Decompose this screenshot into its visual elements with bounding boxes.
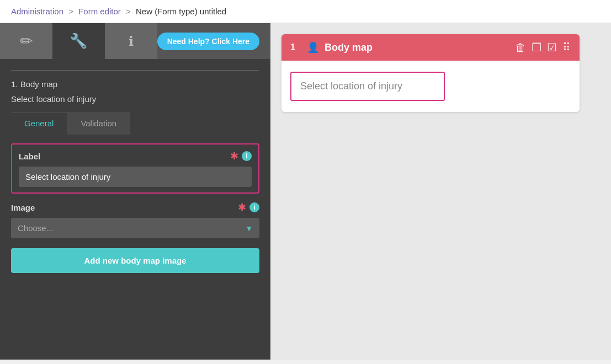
need-help-button[interactable]: Need Help? Click Here	[157, 33, 259, 50]
tabs-row: ✏ 🔧 ℹ Need Help? Click Here	[0, 23, 270, 59]
breadcrumb: Administration > Form editor > New (Form…	[0, 0, 611, 23]
tab-general[interactable]: General	[11, 113, 67, 135]
select-location-label: Select location of injury	[11, 94, 259, 104]
left-content: 1. Body map Select location of injury Ge…	[0, 59, 270, 360]
label-info-icon[interactable]: i	[242, 151, 252, 161]
info-tab-icon: ℹ	[129, 34, 134, 49]
tab-info[interactable]: ℹ	[105, 23, 157, 59]
copy-icon[interactable]: ❐	[532, 41, 541, 54]
card-actions: 🗑 ❐ ☑ ⠿	[515, 41, 571, 54]
image-field-label: Image	[11, 203, 238, 212]
label-required-star: ✱	[230, 150, 238, 162]
breadcrumb-admin[interactable]: Administration	[11, 7, 63, 16]
person-icon: 👤	[307, 41, 319, 53]
breadcrumb-form-editor[interactable]: Form editor	[78, 7, 121, 16]
grid-icon[interactable]: ⠿	[562, 41, 571, 54]
wrench-icon: 🔧	[70, 33, 87, 50]
sub-tabs: General Validation	[11, 113, 259, 135]
tab-brush[interactable]: ✏	[0, 23, 52, 59]
label-field-group: Label ✱ i	[11, 143, 259, 194]
label-field-label: Label	[19, 152, 230, 161]
add-body-map-button[interactable]: Add new body map image	[11, 248, 259, 273]
body-map-title: 1. Body map	[11, 79, 259, 89]
location-input-preview: Select location of injury	[290, 72, 445, 101]
sep1: >	[68, 7, 73, 16]
card-header: 1 👤 Body map 🗑 ❐ ☑ ⠿	[281, 34, 580, 61]
breadcrumb-current: New (Form type) untitled	[136, 7, 226, 16]
main-layout: ✏ 🔧 ℹ Need Help? Click Here 1. Body map …	[0, 23, 611, 360]
image-select[interactable]: Choose...	[11, 218, 259, 238]
delete-icon[interactable]: 🗑	[515, 41, 526, 54]
label-row: Label ✱ i	[19, 150, 252, 162]
form-fields: Label ✱ i Image ✱ i Choose...	[11, 135, 259, 273]
image-required-star: ✱	[238, 201, 246, 213]
card-number: 1	[290, 42, 301, 52]
form-card: 1 👤 Body map 🗑 ❐ ☑ ⠿ Select location of …	[281, 34, 580, 112]
divider	[11, 70, 259, 71]
image-select-wrapper: Choose...	[11, 218, 259, 238]
right-panel: 1 👤 Body map 🗑 ❐ ☑ ⠿ Select location of …	[270, 23, 611, 360]
label-input[interactable]	[19, 167, 252, 187]
tab-validation[interactable]: Validation	[67, 113, 130, 135]
check-icon[interactable]: ☑	[547, 41, 557, 54]
card-title: Body map	[325, 42, 509, 53]
image-label-row: Image ✱ i	[11, 201, 259, 213]
image-info-icon[interactable]: i	[249, 202, 259, 212]
brush-icon: ✏	[20, 32, 33, 50]
sep2: >	[126, 7, 131, 16]
image-field-group: Image ✱ i Choose...	[11, 201, 259, 238]
left-panel: ✏ 🔧 ℹ Need Help? Click Here 1. Body map …	[0, 23, 270, 360]
card-body: Select location of injury	[281, 61, 580, 112]
tab-wrench[interactable]: 🔧	[52, 23, 105, 59]
